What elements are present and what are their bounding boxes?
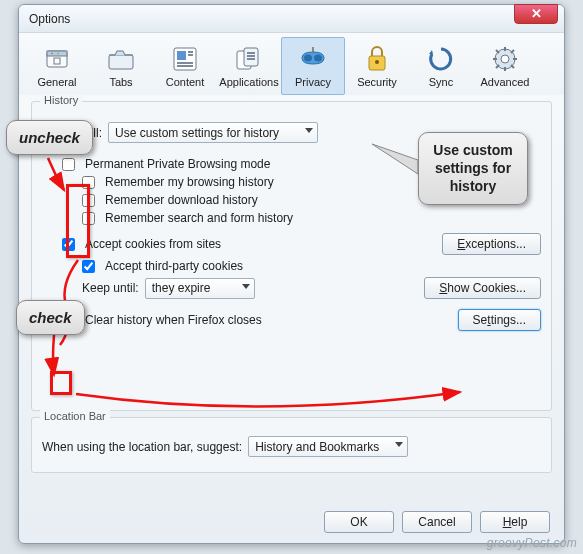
- options-window: Options ✕ General Tabs Content: [18, 4, 565, 544]
- suggest-label: When using the location bar, suggest:: [42, 440, 242, 454]
- titlebar: Options ✕: [19, 5, 564, 33]
- label-permanent-private: Permanent Private Browsing mode: [85, 157, 270, 171]
- svg-point-18: [304, 55, 312, 62]
- label-accept-cookies: Accept cookies from sites: [85, 237, 221, 251]
- close-button[interactable]: ✕: [514, 4, 558, 24]
- label-remember-download: Remember download history: [105, 193, 258, 207]
- tab-tabs[interactable]: Tabs: [89, 37, 153, 95]
- settings-button[interactable]: Settings...: [458, 309, 541, 331]
- svg-point-21: [375, 60, 379, 64]
- close-icon: ✕: [531, 6, 542, 21]
- red-highlight-check-box: [50, 371, 72, 395]
- history-legend: History: [40, 94, 82, 106]
- svg-line-29: [511, 50, 514, 53]
- checkbox-permanent-private[interactable]: [62, 158, 75, 171]
- tab-advanced[interactable]: Advanced: [473, 37, 537, 95]
- svg-line-28: [511, 65, 514, 68]
- tab-sync-label: Sync: [410, 76, 472, 88]
- svg-point-19: [314, 55, 322, 62]
- svg-rect-8: [177, 51, 186, 60]
- suggest-select[interactable]: History and Bookmarks: [248, 436, 408, 457]
- tab-content-label: Content: [154, 76, 216, 88]
- svg-rect-6: [109, 55, 133, 69]
- svg-rect-16: [247, 55, 255, 57]
- firefox-will-value: Use custom settings for history: [115, 126, 279, 140]
- checkbox-accept-third-party[interactable]: [82, 260, 95, 273]
- chevron-down-icon: [395, 442, 403, 447]
- label-remember-forms: Remember search and form history: [105, 211, 293, 225]
- advanced-icon: [474, 42, 536, 76]
- tab-privacy-label: Privacy: [282, 76, 344, 88]
- svg-rect-1: [47, 51, 67, 56]
- svg-rect-10: [177, 65, 193, 67]
- keep-until-label: Keep until:: [82, 281, 139, 295]
- svg-rect-15: [247, 52, 255, 54]
- svg-line-27: [496, 50, 499, 53]
- tab-sync[interactable]: Sync: [409, 37, 473, 95]
- tab-applications-label: Applications: [218, 76, 280, 88]
- label-remember-browsing: Remember my browsing history: [105, 175, 274, 189]
- svg-point-31: [501, 55, 509, 63]
- dialog-buttons: OK Cancel Help: [324, 511, 550, 533]
- tab-privacy[interactable]: Privacy: [281, 37, 345, 95]
- chevron-down-icon: [305, 128, 313, 133]
- label-clear-on-close: Clear history when Firefox closes: [85, 313, 262, 327]
- watermark: groovyPost.com: [487, 536, 577, 550]
- tab-applications[interactable]: Applications: [217, 37, 281, 95]
- svg-rect-11: [188, 51, 193, 53]
- content-icon: [154, 42, 216, 76]
- tab-general[interactable]: General: [25, 37, 89, 95]
- window-title: Options: [27, 12, 70, 26]
- tab-general-label: General: [26, 76, 88, 88]
- tab-security-label: Security: [346, 76, 408, 88]
- annotation-custom: Use custom settings for history: [418, 132, 528, 205]
- category-toolbar: General Tabs Content Applications: [19, 33, 564, 95]
- exceptions-button[interactable]: Exceptions...: [442, 233, 541, 255]
- suggest-value: History and Bookmarks: [255, 440, 379, 454]
- annotation-uncheck: uncheck: [6, 120, 93, 155]
- keep-until-select[interactable]: they expire: [145, 278, 255, 299]
- tab-advanced-label: Advanced: [474, 76, 536, 88]
- tab-security[interactable]: Security: [345, 37, 409, 95]
- general-icon: [26, 42, 88, 76]
- svg-rect-9: [177, 62, 193, 64]
- svg-point-4: [57, 53, 59, 55]
- keep-until-value: they expire: [152, 281, 211, 295]
- svg-point-3: [54, 53, 56, 55]
- chevron-down-icon: [242, 284, 250, 289]
- svg-rect-17: [247, 58, 255, 60]
- svg-line-30: [496, 65, 499, 68]
- svg-point-2: [51, 53, 53, 55]
- tab-content[interactable]: Content: [153, 37, 217, 95]
- locationbar-group: Location Bar When using the location bar…: [31, 417, 552, 473]
- cancel-button[interactable]: Cancel: [402, 511, 472, 533]
- show-cookies-button[interactable]: Show Cookies...: [424, 277, 541, 299]
- locationbar-legend: Location Bar: [40, 410, 110, 422]
- firefox-will-select[interactable]: Use custom settings for history: [108, 122, 318, 143]
- label-accept-third-party: Accept third-party cookies: [105, 259, 243, 273]
- red-highlight-uncheck-boxes: [66, 184, 90, 258]
- svg-rect-12: [188, 54, 193, 56]
- privacy-icon: [282, 42, 344, 76]
- ok-button[interactable]: OK: [324, 511, 394, 533]
- security-icon: [346, 42, 408, 76]
- annotation-check: check: [16, 300, 85, 335]
- sync-icon: [410, 42, 472, 76]
- help-button[interactable]: Help: [480, 511, 550, 533]
- tab-tabs-label: Tabs: [90, 76, 152, 88]
- tabs-icon: [90, 42, 152, 76]
- applications-icon: [218, 42, 280, 76]
